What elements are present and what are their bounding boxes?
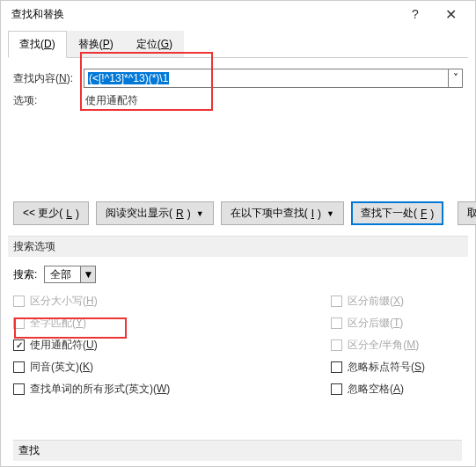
options-value: 使用通配符 (84, 93, 138, 108)
checkbox-box (13, 361, 25, 373)
find-in-button[interactable]: 在以下项中查找(I)▼ (221, 201, 344, 225)
checkbox-box (13, 296, 25, 307)
search-direction-select[interactable]: 全部 (44, 266, 81, 283)
tab-strip: 查找(D) 替换(P) 定位(G) (8, 31, 468, 58)
checkbox-box (13, 317, 25, 329)
options-label: 选项: (13, 93, 84, 108)
find-section-label: 查找 (13, 440, 462, 461)
tab-find[interactable]: 查找(D) (8, 31, 67, 58)
close-button[interactable]: ✕ (433, 2, 468, 26)
checkbox-box (13, 339, 25, 351)
checkbox-box (331, 383, 342, 395)
checkbox-label: 忽略空格(A) (348, 382, 404, 397)
checkbox-label: 区分后缀(T) (348, 316, 403, 331)
tab-replace[interactable]: 替换(P) (67, 31, 125, 57)
checkbox-label: 忽略标点符号(S) (348, 360, 425, 375)
checkbox-label: 区分前缀(X) (348, 294, 404, 309)
checkbox-box (13, 383, 25, 395)
titlebar: 查找和替换 ? ✕ (1, 1, 475, 27)
find-input[interactable]: (<[!^13]*^13)(*)\1 (84, 69, 449, 88)
tab-goto[interactable]: 定位(G) (125, 31, 184, 57)
checkbox-left-3[interactable]: 同音(英文)(K) (13, 360, 331, 375)
checkbox-right-2: 区分全/半角(M) (331, 338, 463, 353)
checkbox-left-4[interactable]: 查找单词的所有形式(英文)(W) (13, 382, 331, 397)
checkbox-label: 同音(英文)(K) (30, 360, 93, 375)
search-direction-label: 搜索: (13, 267, 37, 282)
checkbox-box (331, 317, 342, 329)
chevron-down-icon: ˅ (453, 72, 458, 84)
chevron-down-icon: ▼ (196, 209, 204, 218)
reading-highlight-button[interactable]: 阅读突出显示(R)▼ (96, 201, 214, 225)
search-options-header: 搜索选项 (8, 236, 468, 257)
find-label: 查找内容(N): (13, 71, 84, 86)
find-dropdown-button[interactable]: ˅ (449, 69, 463, 88)
find-value: (<[!^13]*^13)(*)\1 (88, 72, 169, 84)
cancel-button[interactable]: 取消 (458, 201, 476, 225)
checkbox-left-2[interactable]: 使用通配符(U) (13, 338, 331, 353)
checkbox-box (331, 339, 342, 351)
checkbox-label: 使用通配符(U) (30, 338, 98, 353)
checkbox-box (331, 361, 342, 373)
checkbox-left-0: 区分大小写(H) (13, 294, 331, 309)
search-direction-dropdown[interactable]: ▼ (81, 266, 96, 283)
checkbox-right-0: 区分前缀(X) (331, 294, 463, 309)
dialog-title: 查找和替换 (8, 7, 398, 22)
checkbox-right-4[interactable]: 忽略空格(A) (331, 382, 463, 397)
chevron-down-icon: ▼ (326, 209, 334, 218)
checkbox-label: 区分全/半角(M) (348, 338, 419, 353)
checkbox-left-1: 全字匹配(Y) (13, 316, 331, 331)
help-button[interactable]: ? (398, 2, 433, 26)
checkbox-label: 全字匹配(Y) (30, 316, 86, 331)
find-next-button[interactable]: 查找下一处(F) (351, 201, 443, 225)
checkbox-box (331, 296, 342, 307)
checkbox-right-3[interactable]: 忽略标点符号(S) (331, 360, 463, 375)
checkbox-label: 区分大小写(H) (30, 294, 98, 309)
chevron-down-icon: ▼ (83, 268, 93, 281)
checkbox-right-1: 区分后缀(T) (331, 316, 463, 331)
less-button[interactable]: << 更少(L) (13, 201, 89, 225)
checkbox-label: 查找单词的所有形式(英文)(W) (30, 382, 170, 397)
